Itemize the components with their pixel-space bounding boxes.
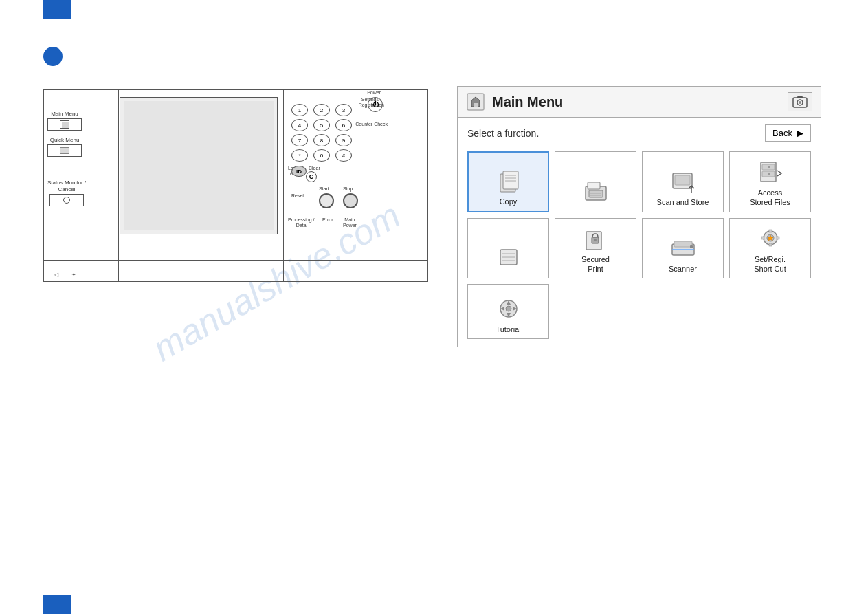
select-function-text: Select a furction. <box>467 128 539 139</box>
status-monitor-label: Status Monitor /Cancel <box>47 179 86 193</box>
scanner-label: Scanner <box>669 264 697 274</box>
main-menu-panel: Main Menu Select a furction. Back ▶ <box>457 86 821 347</box>
access-stored-label: AccessStored Files <box>750 188 790 208</box>
main-menu-subheader: Select a furction. Back ▶ <box>458 118 821 146</box>
secured-print-label: SecuredPrint <box>581 254 610 274</box>
home-icon <box>466 92 485 111</box>
svg-rect-39 <box>761 237 764 239</box>
camera-icon-button[interactable] <box>788 92 812 111</box>
empty-cell-2 <box>642 284 724 339</box>
printer-screen <box>120 97 278 234</box>
scan-store-label: Scan and Store <box>657 197 709 207</box>
svg-point-47 <box>506 306 511 311</box>
svg-point-30 <box>594 239 597 241</box>
svg-rect-37 <box>769 230 772 232</box>
main-menu-title-text: Main Menu <box>492 94 563 110</box>
menu-item-copy[interactable]: Copy <box>467 151 549 212</box>
blue-circle <box>43 47 63 66</box>
back-button[interactable]: Back ▶ <box>765 124 811 142</box>
scanner-icon <box>669 234 697 261</box>
main-menu-header: Main Menu <box>458 87 821 118</box>
blue-square-bottom <box>43 595 71 614</box>
svg-point-5 <box>799 101 801 104</box>
svg-rect-12 <box>588 182 600 189</box>
quick-menu-label: Quick Menu <box>47 137 82 143</box>
svg-rect-34 <box>690 245 693 248</box>
blue-square-top <box>43 0 71 19</box>
menu-grid-row2: SecuredPrint Scanner <box>458 218 821 285</box>
tutorial-label: Tutorial <box>496 325 520 334</box>
menu-item-scanner[interactable]: Scanner <box>642 218 724 279</box>
access-stored-icon <box>757 157 784 185</box>
fax-icon <box>582 177 610 205</box>
empty-cell-3 <box>729 284 811 339</box>
scan-store-icon <box>669 167 697 195</box>
menu-grid-row1: Copy <box>458 146 821 218</box>
menu-item-scan-store[interactable]: Scan and Store <box>642 151 724 212</box>
copy-icon <box>495 166 522 194</box>
svg-rect-32 <box>674 241 692 247</box>
menu-item-access-stored[interactable]: AccessStored Files <box>729 151 811 212</box>
printer-keypad: 1 2 3 4 5 6 7 8 9 * 0 # Settings /Regist… <box>288 97 384 234</box>
set-regi-icon <box>757 224 784 252</box>
svg-rect-17 <box>675 175 690 185</box>
main-menu-label: Main Menu <box>47 111 82 117</box>
menu-item-secured-print[interactable]: SecuredPrint <box>555 218 636 279</box>
secured-print-icon <box>582 224 610 252</box>
menu-item-fax[interactable] <box>555 151 636 212</box>
tutorial-icon <box>495 294 522 322</box>
back-button-arrow: ▶ <box>797 128 803 138</box>
svg-rect-7 <box>503 171 518 189</box>
panel-labels-left: Main Menu Quick Menu Status Monitor /Can… <box>44 90 118 241</box>
empty-cell-1 <box>555 284 636 339</box>
menu-item-tutorial[interactable]: Tutorial <box>467 284 549 339</box>
menu-item-set-regi[interactable]: Set/Regi.Short Cut <box>729 218 811 279</box>
copy-label: Copy <box>500 197 518 206</box>
menu-grid-row3: Tutorial <box>458 284 821 344</box>
svg-rect-40 <box>777 237 779 239</box>
set-regi-label: Set/Regi.Short Cut <box>754 254 786 274</box>
unknown-icon <box>495 243 522 271</box>
menu-item-unknown[interactable] <box>467 218 549 279</box>
printer-diagram: Main Menu Quick Menu Status Monitor /Can… <box>43 89 428 282</box>
svg-rect-4 <box>797 96 803 98</box>
back-button-label: Back <box>772 128 792 138</box>
svg-rect-13 <box>589 190 603 197</box>
main-menu-title: Main Menu <box>466 92 563 111</box>
svg-rect-1 <box>474 103 478 107</box>
camera-icon <box>792 96 808 108</box>
svg-rect-38 <box>769 243 772 246</box>
